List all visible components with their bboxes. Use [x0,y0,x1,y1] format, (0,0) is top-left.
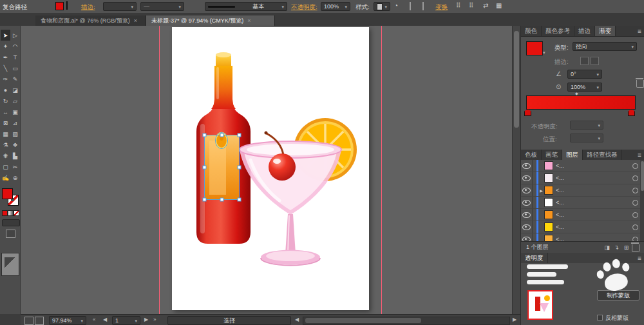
gradient-mode-button[interactable] [8,210,14,216]
chevron-down-icon[interactable]: ▾ [543,50,545,55]
panel-options-icon[interactable]: ▦ [496,3,502,9]
layer-name[interactable]: <... [556,187,632,193]
visibility-toggle[interactable] [521,197,533,208]
gradient-midpoint-icon[interactable]: ◆ [575,91,578,95]
tool-rectangle[interactable]: ▭ [10,63,20,74]
tool-line-segment[interactable]: ╲ [1,63,10,74]
tool-direct-selection[interactable]: ▷ [10,30,20,41]
panel-menu-icon[interactable]: ≡ [634,253,644,263]
gradient-stop-right[interactable] [628,109,635,116]
tool-eyedropper[interactable]: ⚗ [1,139,10,150]
panel-menu-icon[interactable]: ≡ [634,26,644,36]
expand-icon[interactable]: ▶ [538,188,544,193]
tool-selection[interactable]: ➤ [1,30,10,41]
target-icon[interactable] [632,224,638,230]
layer-row[interactable]: <... [521,172,644,184]
scrollbar-thumb[interactable] [305,318,421,323]
target-icon[interactable] [632,188,638,193]
zoom-select[interactable]: 97.94%▾ [49,316,86,325]
gradient-stop-left[interactable] [524,109,531,116]
stroke-gradient-within-icon[interactable] [580,57,589,65]
visibility-toggle[interactable] [521,221,533,233]
tool-eraser[interactable]: ◪ [10,84,20,95]
status-icon-2[interactable] [35,317,44,325]
layer-name[interactable]: <... [556,224,632,230]
new-layer-icon[interactable]: ⊞ [622,243,630,251]
tool-artboard[interactable]: ▢ [1,161,10,172]
gradient-type-select[interactable]: 径向▾ [573,42,637,51]
vertical-scrollbar[interactable] [512,26,521,314]
target-icon[interactable] [632,163,638,169]
visibility-toggle[interactable] [521,209,533,221]
stop-location-select[interactable]: ▾ [570,133,603,143]
tool-width[interactable]: ↔ [1,106,10,117]
width-profile-select[interactable]: —▾ [140,2,184,11]
tool-mesh[interactable]: ▦ [1,128,10,139]
opacity-panel-link[interactable]: 不透明度: [291,3,317,12]
none-mode-button[interactable] [14,210,19,216]
layer-name[interactable]: <... [556,199,632,206]
document-setup-icon[interactable] [410,2,411,10]
screen-mode-button[interactable] [6,230,15,238]
visibility-toggle[interactable] [521,160,533,172]
layers-scrollbar[interactable] [640,160,644,241]
gradient-swatch[interactable] [526,41,543,55]
stroke-gradient-along-icon[interactable] [591,57,599,65]
doc-tab-inactive[interactable]: 食物和店面.ai* @ 76% (RGB/预览) × [35,15,146,26]
layer-row[interactable]: <... [521,197,644,209]
close-icon[interactable]: × [134,17,137,24]
artboard-nav-select[interactable]: 1▾ [112,316,140,325]
make-mask-button[interactable]: 制作蒙版 [597,290,639,300]
tool-zoom[interactable]: ⊕ [10,172,20,183]
tab-color[interactable]: 颜色 [521,26,542,36]
target-icon[interactable] [632,175,638,181]
tool-magic-wand[interactable]: ✦ [1,41,10,52]
delete-stop-trash-icon[interactable] [636,80,644,88]
new-sublayer-icon[interactable]: ↴ [612,243,621,251]
tab-color-guide[interactable]: 颜色参考 [542,26,574,36]
tool-blob-brush[interactable]: ● [1,84,10,95]
scrollbar-thumb[interactable] [641,161,644,191]
draw-mode-buttons[interactable] [2,219,20,226]
tab-swatches[interactable]: 色板 [521,150,542,160]
layer-row[interactable]: ▶ <... [521,184,644,197]
tool-pencil[interactable]: ✎ [10,74,20,84]
tool-symbol-sprayer[interactable]: ❋ [1,150,10,161]
artboard[interactable] [172,27,369,310]
next-artboard-icon[interactable]: ▶ [144,317,148,322]
tool-hand[interactable]: ✍ [1,172,10,183]
style-select[interactable]: ▾ [374,2,390,11]
tab-transparency[interactable]: 透明度 [521,253,548,263]
hscroll-left-icon[interactable]: ◀ [295,317,299,322]
tool-paintbrush[interactable]: ✑ [1,74,10,84]
layer-name[interactable]: <... [556,175,632,181]
tab-pathfinder[interactable]: 路径查找器 [583,150,622,160]
hscroll-right-icon[interactable]: ▶ [513,317,516,322]
panel-menu-icon[interactable]: ≡ [634,150,644,160]
tool-slice[interactable]: ✂ [10,161,20,172]
gradient-angle-input[interactable]: 0°▾ [567,70,602,79]
prev-artboard-icon[interactable]: ◀ [103,317,107,322]
martini-glass[interactable] [240,141,341,215]
stroke-weight-select[interactable]: ▾ [103,2,137,11]
layer-row[interactable]: <... [521,160,644,172]
tool-lasso[interactable]: ◠ [10,41,20,52]
stop-opacity-select[interactable]: ▾ [570,121,603,130]
status-icon-1[interactable] [24,317,33,325]
tool-column-graph[interactable]: ▙ [10,150,20,161]
object-thumbnail[interactable] [527,290,553,320]
visibility-toggle[interactable] [521,172,533,184]
collapsed-panel-thumbnail[interactable] [1,253,19,276]
glass-stem-base[interactable] [261,214,320,266]
doc-tab-active[interactable]: 未标题-37* @ 97.94% (CMYK/预览) × [146,15,275,26]
first-artboard-icon[interactable]: « [93,317,95,322]
tool-type[interactable]: T [10,52,20,63]
shuffle-icon[interactable]: ⇄ [483,3,488,9]
tool-blend[interactable]: ❖ [10,139,20,150]
recolor-artwork-icon[interactable]: ◔ [394,3,398,9]
tool-rotate[interactable]: ↻ [1,95,10,106]
layer-name[interactable]: <... [556,162,632,169]
brush-definition-select[interactable]: 基本 ▾ [205,2,287,11]
delete-layer-trash-icon[interactable] [632,244,639,252]
distribute-grid-icon[interactable]: ⠿ [469,3,473,9]
